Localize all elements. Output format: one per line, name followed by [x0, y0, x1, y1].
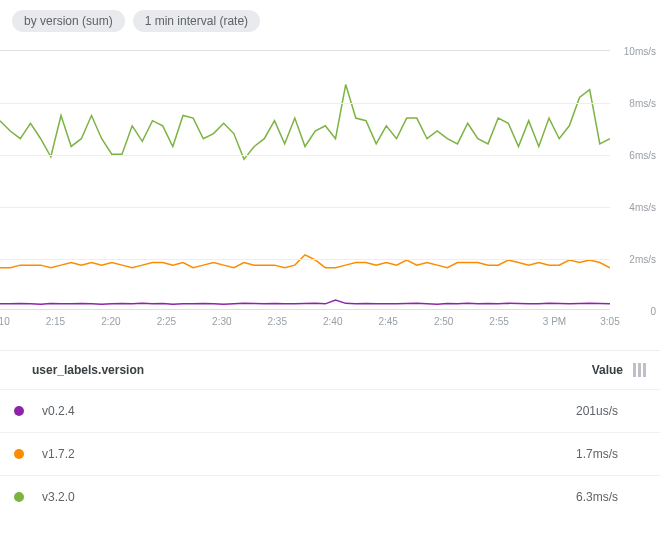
chart-y-tick-label: 2ms/s [629, 254, 656, 265]
legend-series-value: 6.3ms/s [576, 490, 618, 504]
legend-header: user_labels.version Value [0, 351, 660, 389]
legend-series-name: v1.7.2 [42, 447, 576, 461]
chart-x-tick-label: 2:25 [157, 316, 176, 327]
chart-gridline [0, 103, 610, 104]
legend-row[interactable]: v3.2.06.3ms/s [0, 475, 660, 518]
chart-x-tick-label: 2:35 [268, 316, 287, 327]
legend-series-name: v3.2.0 [42, 490, 576, 504]
chart-y-tick-label: 0 [650, 306, 656, 317]
chart-gridline [0, 155, 610, 156]
chart-lines [0, 51, 610, 309]
legend-swatch [14, 449, 24, 459]
chart-x-axis: 2:102:152:202:252:302:352:402:452:502:55… [0, 310, 610, 334]
legend-column-value[interactable]: Value [592, 363, 623, 377]
chart-x-tick-label: 2:55 [489, 316, 508, 327]
chart-plot-area[interactable]: 02ms/s4ms/s6ms/s8ms/s10ms/s [0, 50, 610, 310]
chart-y-tick-label: 4ms/s [629, 202, 656, 213]
chart-x-tick-label: 2:40 [323, 316, 342, 327]
legend-series-value: 1.7ms/s [576, 447, 618, 461]
chart-x-tick-label: 2:45 [378, 316, 397, 327]
legend-column-name[interactable]: user_labels.version [32, 363, 592, 377]
chart-x-tick-label: 2:30 [212, 316, 231, 327]
chart-x-tick-label: 3:05 [600, 316, 619, 327]
legend-table: user_labels.version Value v0.2.4201us/sv… [0, 350, 660, 518]
chart-y-tick-label: 8ms/s [629, 98, 656, 109]
chart-y-tick-label: 6ms/s [629, 150, 656, 161]
chart-x-tick-label: 2:15 [46, 316, 65, 327]
pill-interval[interactable]: 1 min interval (rate) [133, 10, 260, 32]
chart-x-tick-label: 2:20 [101, 316, 120, 327]
chart-x-tick-label: 2:10 [0, 316, 10, 327]
series-line-v3.2.0[interactable] [0, 85, 610, 160]
legend-series-name: v0.2.4 [42, 404, 576, 418]
chart-x-tick-label: 2:50 [434, 316, 453, 327]
chart-x-tick-label: 3 PM [543, 316, 566, 327]
chart-y-tick-label: 10ms/s [624, 46, 656, 57]
legend-row[interactable]: v0.2.4201us/s [0, 389, 660, 432]
series-line-v0.2.4[interactable] [0, 300, 610, 304]
columns-icon[interactable] [633, 363, 646, 377]
chart: 02ms/s4ms/s6ms/s8ms/s10ms/s 2:102:152:20… [0, 50, 660, 350]
legend-series-value: 201us/s [576, 404, 618, 418]
series-line-v1.7.2[interactable] [0, 255, 610, 268]
chart-gridline [0, 207, 610, 208]
chart-gridline [0, 259, 610, 260]
legend-swatch [14, 406, 24, 416]
legend-swatch [14, 492, 24, 502]
legend-row[interactable]: v1.7.21.7ms/s [0, 432, 660, 475]
pill-aggregation[interactable]: by version (sum) [12, 10, 125, 32]
filter-pills: by version (sum) 1 min interval (rate) [0, 0, 660, 42]
